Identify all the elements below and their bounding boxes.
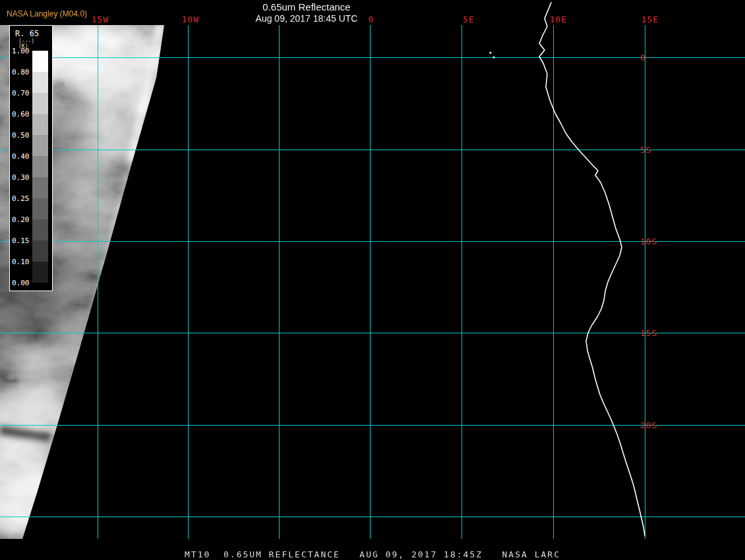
colorbar-tick-label: 0.30 <box>12 173 30 182</box>
colorbar-tick-label: 0.60 <box>12 110 30 119</box>
product-timestamp: Aug 09, 2017 18:45 UTC <box>256 13 358 24</box>
footer-caption: MT10 0.65UM REFLECTANCE AUG 09, 2017 18:… <box>185 549 560 559</box>
colorbar-tick-label: 0.00 <box>12 279 30 287</box>
colorbar-tick-label: 0.20 <box>12 215 30 224</box>
longitude-label: 5E <box>463 14 475 24</box>
colorbar-tick-label: 0.25 <box>12 194 30 203</box>
reflectance-colorbar: R. 65 (---)(K) 1.000.800.700.600.500.400… <box>9 25 53 291</box>
colorbar-band <box>32 114 48 135</box>
colorbar-tick-label: 0.40 <box>12 152 30 161</box>
colorbar-band <box>32 93 48 114</box>
latitude-label: 5S <box>640 145 652 155</box>
colorbar-tick-label: 0.10 <box>12 258 30 266</box>
colorbar-band <box>32 198 48 219</box>
colorbar-band <box>32 177 48 198</box>
colorbar-tick-label: 0.70 <box>12 89 30 98</box>
product-title: 0.65um Reflectance <box>256 1 358 13</box>
colorbar-band <box>32 240 48 262</box>
colorbar-band <box>32 262 48 283</box>
longitude-label: 15E <box>641 14 659 24</box>
colorbar-tick-label: 1.00 <box>12 47 30 55</box>
colorbar-band <box>32 135 48 156</box>
satellite-product-screen: 15W10W05E10E15E05S10S15S20S NASA Langley… <box>0 0 745 560</box>
nasa-langley-credit: NASA Langley (M04.0) <box>7 9 87 18</box>
colorbar-tick-label: 0.50 <box>12 131 30 140</box>
colorbar-tick-label: 0.80 <box>12 68 30 76</box>
header-titles: 0.65um Reflectance Aug 09, 2017 18:45 UT… <box>256 1 358 24</box>
latitude-label: 15S <box>640 328 657 338</box>
colorbar-band <box>32 219 48 240</box>
colorbar-tick-label: 0.15 <box>12 237 30 245</box>
footer-bar: MT10 0.65UM REFLECTANCE AUG 09, 2017 18:… <box>0 547 745 560</box>
colorbar-band <box>32 51 48 72</box>
colorbar-band <box>32 72 48 93</box>
latitude-label: 20S <box>640 420 657 430</box>
longitude-label: 15W <box>92 14 109 24</box>
latitude-label: 0 <box>640 53 646 63</box>
latitude-label: 10S <box>640 237 657 246</box>
longitude-label: 0 <box>369 14 374 24</box>
colorbar-band <box>32 156 48 177</box>
longitude-label: 10E <box>550 14 567 24</box>
longitude-label: 10W <box>182 14 199 24</box>
colorbar-gradient-strip <box>32 51 48 283</box>
geo-label-layer: 15W10W05E10E15E05S10S15S20S <box>0 0 745 560</box>
